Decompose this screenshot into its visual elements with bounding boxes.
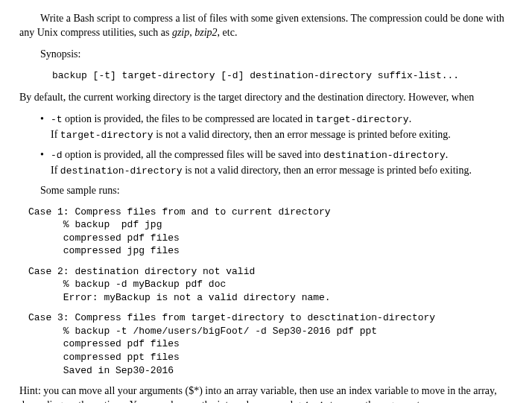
bullet-text-end: . xyxy=(446,149,449,160)
case-1-block: Case 1: Compress files from and to curre… xyxy=(28,206,513,258)
bullet-text-mid: option is provided, all the compressed f… xyxy=(63,149,323,160)
sample-runs-label: Some sample runs: xyxy=(40,184,513,198)
case-3-block: Case 3: Compress files from target-direc… xyxy=(28,311,513,377)
bullet-code: destination-directory xyxy=(323,150,446,161)
bullet-item-d: • -d option is provided, all the compres… xyxy=(40,148,513,162)
bullet-sub-d: If destination-directory is not a valid … xyxy=(51,164,513,178)
intro-bzip2: bzip2 xyxy=(194,27,217,38)
bullet-sub-pre: If xyxy=(51,165,60,176)
hint-post: to parse the arguments. xyxy=(327,399,426,403)
bullet-sub-post: is not a valid directory, then an error … xyxy=(153,129,451,140)
opt-flag: -d xyxy=(51,150,63,161)
bullet-body: -d option is provided, all the compresse… xyxy=(51,148,513,162)
hint-paragraph: Hint: you can move all your arguments ($… xyxy=(19,384,513,403)
intro-text-2: , etc. xyxy=(218,27,238,38)
bullet-sub-code: target-directory xyxy=(60,130,153,141)
bullet-sub-post: is not a valid directory, then an error … xyxy=(183,165,472,176)
bullet-text-end: . xyxy=(409,113,412,124)
synopsis-label: Synopsis: xyxy=(40,48,513,62)
synopsis-command: backup [-t] target-directory [-d] destin… xyxy=(52,69,513,83)
intro-gzip: gzip xyxy=(172,27,189,38)
intro-text-1: Write a Bash script to compress a list o… xyxy=(19,13,504,38)
bullet-icon: • xyxy=(40,112,51,127)
bullet-sub-code: destination-directory xyxy=(60,165,183,177)
default-paragraph: By default, the current working director… xyxy=(19,91,513,105)
intro-paragraph: Write a Bash script to compress a list o… xyxy=(19,12,513,40)
bullet-sub-pre: If xyxy=(51,129,60,140)
opt-flag: -t xyxy=(51,114,63,125)
bullet-text-mid: option is provided, the files to be comp… xyxy=(63,113,316,124)
hint-getopts: getopts xyxy=(296,399,328,403)
bullet-icon: • xyxy=(40,148,51,162)
bullet-sub-t: If target-directory is not a valid direc… xyxy=(51,128,513,142)
case-2-block: Case 2: destination directory not valid … xyxy=(28,265,513,305)
bullet-item-t: • -t option is provided, the files to be… xyxy=(40,112,513,127)
bullet-code: target-directory xyxy=(316,114,409,125)
bullet-body: -t option is provided, the files to be c… xyxy=(51,112,513,127)
